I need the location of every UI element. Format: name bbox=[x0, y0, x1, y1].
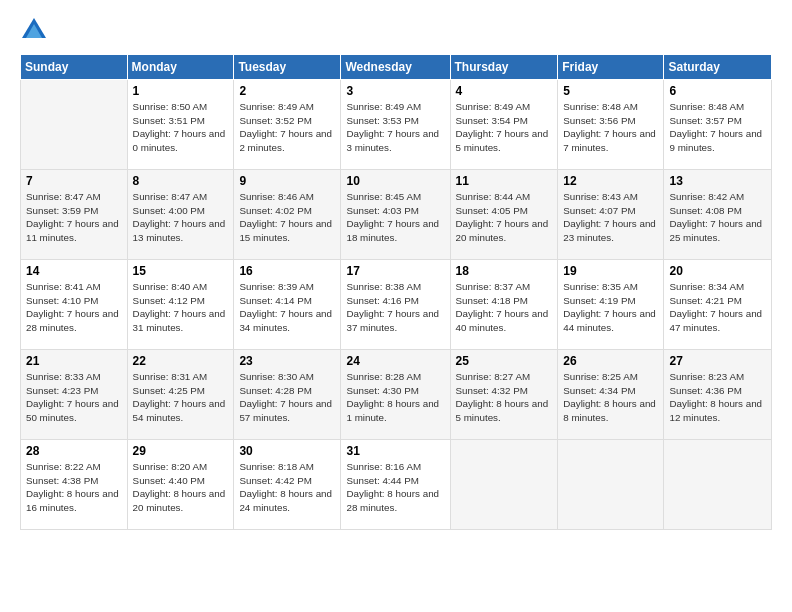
col-header-saturday: Saturday bbox=[664, 55, 772, 80]
day-info: Sunrise: 8:27 AMSunset: 4:32 PMDaylight:… bbox=[456, 370, 553, 425]
day-info: Sunrise: 8:48 AMSunset: 3:56 PMDaylight:… bbox=[563, 100, 658, 155]
calendar-cell: 7Sunrise: 8:47 AMSunset: 3:59 PMDaylight… bbox=[21, 170, 128, 260]
day-number: 30 bbox=[239, 444, 335, 458]
day-number: 14 bbox=[26, 264, 122, 278]
calendar-cell: 13Sunrise: 8:42 AMSunset: 4:08 PMDayligh… bbox=[664, 170, 772, 260]
day-number: 22 bbox=[133, 354, 229, 368]
header bbox=[20, 16, 772, 44]
day-number: 21 bbox=[26, 354, 122, 368]
calendar-cell: 11Sunrise: 8:44 AMSunset: 4:05 PMDayligh… bbox=[450, 170, 558, 260]
calendar-cell: 19Sunrise: 8:35 AMSunset: 4:19 PMDayligh… bbox=[558, 260, 664, 350]
calendar-cell: 30Sunrise: 8:18 AMSunset: 4:42 PMDayligh… bbox=[234, 440, 341, 530]
calendar-cell: 22Sunrise: 8:31 AMSunset: 4:25 PMDayligh… bbox=[127, 350, 234, 440]
calendar-cell: 2Sunrise: 8:49 AMSunset: 3:52 PMDaylight… bbox=[234, 80, 341, 170]
calendar-cell: 20Sunrise: 8:34 AMSunset: 4:21 PMDayligh… bbox=[664, 260, 772, 350]
day-info: Sunrise: 8:49 AMSunset: 3:54 PMDaylight:… bbox=[456, 100, 553, 155]
calendar-cell bbox=[21, 80, 128, 170]
day-number: 4 bbox=[456, 84, 553, 98]
day-number: 31 bbox=[346, 444, 444, 458]
calendar-cell: 24Sunrise: 8:28 AMSunset: 4:30 PMDayligh… bbox=[341, 350, 450, 440]
day-info: Sunrise: 8:16 AMSunset: 4:44 PMDaylight:… bbox=[346, 460, 444, 515]
day-info: Sunrise: 8:30 AMSunset: 4:28 PMDaylight:… bbox=[239, 370, 335, 425]
day-number: 3 bbox=[346, 84, 444, 98]
calendar-week-3: 14Sunrise: 8:41 AMSunset: 4:10 PMDayligh… bbox=[21, 260, 772, 350]
day-info: Sunrise: 8:43 AMSunset: 4:07 PMDaylight:… bbox=[563, 190, 658, 245]
day-number: 7 bbox=[26, 174, 122, 188]
day-info: Sunrise: 8:42 AMSunset: 4:08 PMDaylight:… bbox=[669, 190, 766, 245]
day-info: Sunrise: 8:39 AMSunset: 4:14 PMDaylight:… bbox=[239, 280, 335, 335]
day-info: Sunrise: 8:47 AMSunset: 4:00 PMDaylight:… bbox=[133, 190, 229, 245]
day-number: 23 bbox=[239, 354, 335, 368]
day-info: Sunrise: 8:44 AMSunset: 4:05 PMDaylight:… bbox=[456, 190, 553, 245]
calendar-cell: 14Sunrise: 8:41 AMSunset: 4:10 PMDayligh… bbox=[21, 260, 128, 350]
calendar-cell: 26Sunrise: 8:25 AMSunset: 4:34 PMDayligh… bbox=[558, 350, 664, 440]
day-number: 28 bbox=[26, 444, 122, 458]
day-number: 25 bbox=[456, 354, 553, 368]
day-info: Sunrise: 8:45 AMSunset: 4:03 PMDaylight:… bbox=[346, 190, 444, 245]
calendar-week-1: 1Sunrise: 8:50 AMSunset: 3:51 PMDaylight… bbox=[21, 80, 772, 170]
day-number: 15 bbox=[133, 264, 229, 278]
day-info: Sunrise: 8:41 AMSunset: 4:10 PMDaylight:… bbox=[26, 280, 122, 335]
calendar-week-4: 21Sunrise: 8:33 AMSunset: 4:23 PMDayligh… bbox=[21, 350, 772, 440]
col-header-tuesday: Tuesday bbox=[234, 55, 341, 80]
day-info: Sunrise: 8:37 AMSunset: 4:18 PMDaylight:… bbox=[456, 280, 553, 335]
day-number: 24 bbox=[346, 354, 444, 368]
day-info: Sunrise: 8:40 AMSunset: 4:12 PMDaylight:… bbox=[133, 280, 229, 335]
day-number: 13 bbox=[669, 174, 766, 188]
calendar-cell: 9Sunrise: 8:46 AMSunset: 4:02 PMDaylight… bbox=[234, 170, 341, 260]
day-number: 10 bbox=[346, 174, 444, 188]
day-info: Sunrise: 8:31 AMSunset: 4:25 PMDaylight:… bbox=[133, 370, 229, 425]
day-info: Sunrise: 8:48 AMSunset: 3:57 PMDaylight:… bbox=[669, 100, 766, 155]
calendar-cell: 4Sunrise: 8:49 AMSunset: 3:54 PMDaylight… bbox=[450, 80, 558, 170]
calendar-table: SundayMondayTuesdayWednesdayThursdayFrid… bbox=[20, 54, 772, 530]
calendar-cell: 3Sunrise: 8:49 AMSunset: 3:53 PMDaylight… bbox=[341, 80, 450, 170]
calendar-cell: 16Sunrise: 8:39 AMSunset: 4:14 PMDayligh… bbox=[234, 260, 341, 350]
calendar-week-5: 28Sunrise: 8:22 AMSunset: 4:38 PMDayligh… bbox=[21, 440, 772, 530]
day-info: Sunrise: 8:18 AMSunset: 4:42 PMDaylight:… bbox=[239, 460, 335, 515]
day-info: Sunrise: 8:23 AMSunset: 4:36 PMDaylight:… bbox=[669, 370, 766, 425]
day-info: Sunrise: 8:49 AMSunset: 3:53 PMDaylight:… bbox=[346, 100, 444, 155]
calendar-cell: 15Sunrise: 8:40 AMSunset: 4:12 PMDayligh… bbox=[127, 260, 234, 350]
day-info: Sunrise: 8:35 AMSunset: 4:19 PMDaylight:… bbox=[563, 280, 658, 335]
calendar-cell: 31Sunrise: 8:16 AMSunset: 4:44 PMDayligh… bbox=[341, 440, 450, 530]
col-header-sunday: Sunday bbox=[21, 55, 128, 80]
calendar-cell: 8Sunrise: 8:47 AMSunset: 4:00 PMDaylight… bbox=[127, 170, 234, 260]
calendar-cell bbox=[664, 440, 772, 530]
day-number: 26 bbox=[563, 354, 658, 368]
day-number: 20 bbox=[669, 264, 766, 278]
day-number: 11 bbox=[456, 174, 553, 188]
day-info: Sunrise: 8:38 AMSunset: 4:16 PMDaylight:… bbox=[346, 280, 444, 335]
day-number: 6 bbox=[669, 84, 766, 98]
day-number: 17 bbox=[346, 264, 444, 278]
day-info: Sunrise: 8:46 AMSunset: 4:02 PMDaylight:… bbox=[239, 190, 335, 245]
day-number: 1 bbox=[133, 84, 229, 98]
day-info: Sunrise: 8:50 AMSunset: 3:51 PMDaylight:… bbox=[133, 100, 229, 155]
day-number: 27 bbox=[669, 354, 766, 368]
calendar-cell: 12Sunrise: 8:43 AMSunset: 4:07 PMDayligh… bbox=[558, 170, 664, 260]
calendar-cell: 28Sunrise: 8:22 AMSunset: 4:38 PMDayligh… bbox=[21, 440, 128, 530]
day-info: Sunrise: 8:28 AMSunset: 4:30 PMDaylight:… bbox=[346, 370, 444, 425]
col-header-thursday: Thursday bbox=[450, 55, 558, 80]
logo-icon bbox=[20, 16, 48, 44]
day-info: Sunrise: 8:49 AMSunset: 3:52 PMDaylight:… bbox=[239, 100, 335, 155]
calendar-header-row: SundayMondayTuesdayWednesdayThursdayFrid… bbox=[21, 55, 772, 80]
logo bbox=[20, 16, 52, 44]
calendar-cell: 18Sunrise: 8:37 AMSunset: 4:18 PMDayligh… bbox=[450, 260, 558, 350]
day-info: Sunrise: 8:25 AMSunset: 4:34 PMDaylight:… bbox=[563, 370, 658, 425]
page: SundayMondayTuesdayWednesdayThursdayFrid… bbox=[0, 0, 792, 612]
calendar-cell: 29Sunrise: 8:20 AMSunset: 4:40 PMDayligh… bbox=[127, 440, 234, 530]
day-number: 9 bbox=[239, 174, 335, 188]
calendar-cell: 6Sunrise: 8:48 AMSunset: 3:57 PMDaylight… bbox=[664, 80, 772, 170]
day-info: Sunrise: 8:34 AMSunset: 4:21 PMDaylight:… bbox=[669, 280, 766, 335]
calendar-cell: 23Sunrise: 8:30 AMSunset: 4:28 PMDayligh… bbox=[234, 350, 341, 440]
calendar-week-2: 7Sunrise: 8:47 AMSunset: 3:59 PMDaylight… bbox=[21, 170, 772, 260]
calendar-cell: 5Sunrise: 8:48 AMSunset: 3:56 PMDaylight… bbox=[558, 80, 664, 170]
calendar-cell: 17Sunrise: 8:38 AMSunset: 4:16 PMDayligh… bbox=[341, 260, 450, 350]
day-number: 19 bbox=[563, 264, 658, 278]
calendar-cell: 27Sunrise: 8:23 AMSunset: 4:36 PMDayligh… bbox=[664, 350, 772, 440]
calendar-cell: 10Sunrise: 8:45 AMSunset: 4:03 PMDayligh… bbox=[341, 170, 450, 260]
col-header-friday: Friday bbox=[558, 55, 664, 80]
calendar-cell bbox=[450, 440, 558, 530]
day-info: Sunrise: 8:22 AMSunset: 4:38 PMDaylight:… bbox=[26, 460, 122, 515]
col-header-monday: Monday bbox=[127, 55, 234, 80]
